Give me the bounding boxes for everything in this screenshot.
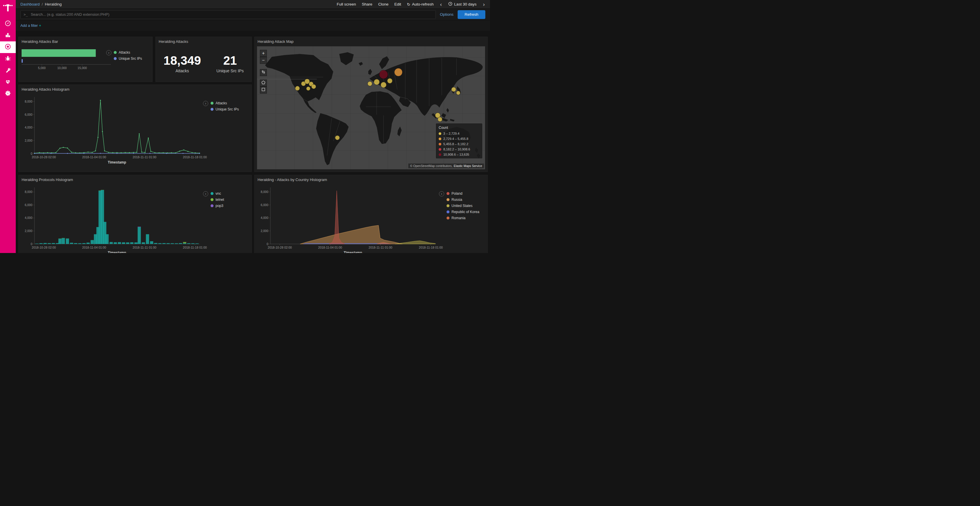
sidebar-item-analytics[interactable]: [0, 30, 16, 41]
bug-icon: [5, 55, 11, 63]
rectangle-icon: [261, 87, 266, 93]
clone-button[interactable]: Clone: [378, 2, 388, 6]
filter-bar: Add a filter+: [16, 21, 490, 31]
legend-item[interactable]: Attacks: [211, 101, 239, 105]
time-range-picker[interactable]: Last 30 days: [448, 2, 477, 7]
clock-icon: [448, 2, 452, 7]
sidebar-item-live-attack[interactable]: [0, 76, 16, 88]
attack-circle[interactable]: [387, 78, 393, 83]
share-button[interactable]: Share: [362, 2, 372, 6]
rectangle-select-button[interactable]: [260, 87, 267, 94]
attack-circle[interactable]: [295, 86, 300, 90]
legend-item[interactable]: pop3: [211, 204, 224, 208]
panel-protocols-histogram: Heralding Protocols Histogram 02,0004,00…: [18, 175, 252, 253]
legend-label: Romania: [452, 216, 466, 220]
time-forward-chevron[interactable]: ›: [482, 2, 485, 7]
legend-item[interactable]: Russia: [447, 198, 479, 202]
panel-title: Heralding Attack Map: [255, 37, 487, 46]
query-bar: >_ Search... (e.g. status:200 AND extens…: [16, 9, 490, 21]
legend-toggle-icon[interactable]: ›: [106, 50, 111, 56]
legend-item[interactable]: 2,729.4 – 5,455.8: [439, 137, 479, 141]
svg-text:2018-10-28 02:00: 2018-10-28 02:00: [268, 246, 292, 249]
legend-label: Attacks: [119, 51, 130, 54]
zoom-out-button[interactable]: −: [260, 57, 267, 64]
sidebar-item-attack-stats[interactable]: [0, 41, 16, 53]
polygon-select-button[interactable]: [260, 79, 267, 87]
legend-color-dot: [211, 198, 213, 201]
attack-circle[interactable]: [379, 70, 388, 79]
country-histogram-chart: 02,0004,0006,0008,0002018-10-28 02:00201…: [257, 184, 438, 253]
legend-item[interactable]: United States: [447, 204, 479, 208]
legend-item[interactable]: Republic of Korea: [447, 210, 479, 214]
attack-circle[interactable]: [374, 79, 380, 85]
metric-value: 21: [216, 54, 243, 68]
attack-circle[interactable]: [456, 91, 460, 95]
auto-refresh-button[interactable]: ↻ Auto-refresh: [407, 2, 434, 7]
target-icon: [5, 43, 11, 51]
world-map[interactable]: + − Count 3 – 2,729.42,729.4 – 5,455.85,…: [257, 46, 485, 169]
svg-text:2,000: 2,000: [261, 229, 268, 233]
attack-circle[interactable]: [438, 117, 442, 122]
attack-circle[interactable]: [312, 84, 316, 89]
legend-toggle-icon[interactable]: ›: [439, 191, 444, 197]
legend-item[interactable]: 8,182.2 – 10,908.6: [439, 148, 479, 151]
attack-circle[interactable]: [381, 82, 387, 88]
attack-circle[interactable]: [395, 68, 402, 76]
attack-circle[interactable]: [452, 87, 456, 92]
search-input[interactable]: >_ Search... (e.g. status:200 AND extens…: [21, 10, 436, 19]
refresh-button[interactable]: Refresh: [458, 10, 485, 19]
legend-item[interactable]: Attacks: [114, 51, 142, 54]
svg-text:2018-11-11 01:00: 2018-11-11 01:00: [133, 155, 157, 159]
full-screen-button[interactable]: Full screen: [337, 2, 356, 6]
legend-item[interactable]: Poland: [447, 192, 479, 195]
sidebar-item-tools[interactable]: [0, 65, 16, 76]
legend-toggle-icon[interactable]: ›: [203, 191, 208, 197]
breadcrumb-current: Heralding: [45, 2, 62, 6]
elastic-maps-attribution[interactable]: Elastic Maps Service: [454, 164, 482, 168]
map-controls: + −: [260, 50, 267, 94]
legend: vnctelnetpop3: [211, 192, 224, 208]
time-back-chevron[interactable]: ‹: [439, 2, 442, 7]
legend-item[interactable]: 10,908.6 – 13,635: [439, 153, 479, 156]
metric-label: Unique Src IPs: [216, 68, 243, 73]
svg-text:8,000: 8,000: [25, 100, 32, 103]
attack-circle[interactable]: [306, 87, 310, 90]
svg-text:2018-11-11 01:00: 2018-11-11 01:00: [133, 246, 157, 249]
legend-color-dot: [211, 108, 213, 111]
attack-circle[interactable]: [335, 136, 340, 140]
metric-unique-src-ips: 21 Unique Src IPs: [216, 54, 243, 73]
legend: AttacksUnique Src IPs: [114, 51, 142, 60]
legend-item[interactable]: Unique Src IPs: [211, 107, 239, 111]
gear-icon: [5, 90, 11, 98]
legend-color-dot: [439, 143, 441, 146]
top-actions: Full screen Share Clone Edit ↻ Auto-refr…: [337, 2, 485, 7]
zoom-in-button[interactable]: +: [260, 50, 267, 57]
wrench-icon: [5, 67, 11, 75]
telekom-logo[interactable]: [3, 3, 13, 13]
attack-circle[interactable]: [368, 81, 372, 86]
legend-item[interactable]: 5,455.8 – 8,182.2: [439, 142, 479, 146]
panel-title: Heralding Attacks: [156, 37, 251, 46]
top-nav-bar: Dashboard / Heralding Full screen Share …: [16, 0, 490, 9]
legend-toggle-icon[interactable]: ›: [203, 101, 208, 106]
breadcrumb-dashboard-link[interactable]: Dashboard: [21, 2, 40, 6]
legend-item[interactable]: Unique Src IPs: [114, 57, 142, 60]
osm-attribution[interactable]: © OpenStreetMap contributors,: [410, 164, 452, 168]
sidebar-item-settings[interactable]: [0, 88, 16, 100]
sidebar-item-honeypot[interactable]: [0, 53, 16, 65]
legend-label: Russia: [452, 198, 462, 202]
edit-button[interactable]: Edit: [395, 2, 401, 6]
legend-item[interactable]: Romania: [447, 216, 479, 220]
fit-bounds-button[interactable]: [260, 69, 267, 76]
options-link[interactable]: Options: [440, 12, 453, 17]
legend-label: Unique Src IPs: [119, 57, 142, 60]
legend-item[interactable]: telnet: [211, 198, 224, 202]
legend-item[interactable]: 3 – 2,729.4: [439, 132, 479, 135]
legend-item[interactable]: vnc: [211, 192, 224, 195]
svg-text:6,000: 6,000: [25, 203, 32, 207]
add-filter-link[interactable]: Add a filter+: [21, 24, 41, 28]
map-count-legend: Count 3 – 2,729.42,729.4 – 5,455.85,455.…: [436, 123, 483, 159]
breadcrumb-separator: /: [42, 2, 43, 6]
legend-label: Republic of Korea: [452, 210, 479, 214]
sidebar-item-dashboard[interactable]: [0, 18, 16, 30]
